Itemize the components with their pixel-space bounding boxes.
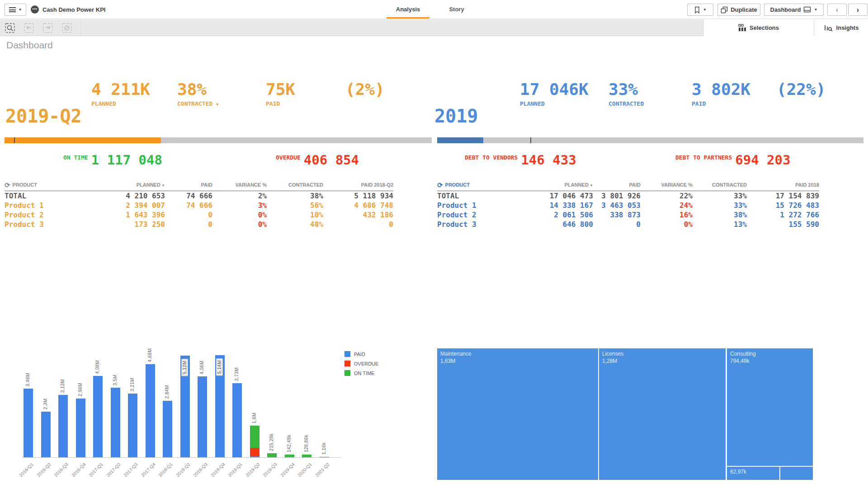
bar-segment-on-time[interactable]	[267, 453, 277, 457]
bar-segment-paid[interactable]	[232, 383, 242, 457]
bar-segment-on-time[interactable]	[250, 426, 259, 448]
tab-story[interactable]: Story	[439, 0, 475, 19]
bar-value-label: 5,12M	[181, 359, 188, 376]
column-header-label: PRODUCT	[445, 182, 470, 188]
legend-item-on-time[interactable]: ON TIME	[344, 368, 378, 378]
debt-to-partners-value: 694 203	[735, 153, 790, 167]
bar-value-label: 2,3M	[43, 399, 48, 409]
value-cell: 33%	[693, 201, 747, 210]
product-cell[interactable]: Product 2	[5, 211, 106, 219]
step-forward-icon[interactable]	[42, 23, 53, 33]
tab-analysis[interactable]: Analysis	[387, 0, 429, 19]
bar-segment-paid[interactable]	[128, 394, 137, 457]
bar-value-label: 3,21M	[130, 378, 135, 391]
bar-segment-paid[interactable]	[111, 388, 120, 457]
next-sheet-button[interactable]: ›	[848, 4, 868, 16]
product-cell[interactable]: Product 3	[437, 220, 537, 229]
column-header-contracted[interactable]: CONTRACTED	[693, 182, 747, 188]
bar-segment-paid[interactable]	[250, 456, 259, 457]
refresh-icon[interactable]: ⟳	[437, 182, 443, 188]
debt-to-partners-badge: DEBT TO PARTNERS 694 203	[675, 153, 790, 167]
value-cell: 2 061 506	[537, 211, 593, 219]
right-product-table: ⟳PRODUCTPLANNED ▼PAIDVARIANCE %CONTRACTE…	[437, 179, 819, 229]
clear-selections-icon[interactable]	[61, 23, 72, 33]
sheet-selector-button[interactable]: Dashboard ▼	[764, 4, 824, 16]
value-cell: 16%	[641, 211, 693, 219]
right-kpi-contracted-value: 33%	[609, 80, 644, 99]
column-header-variance-[interactable]: VARIANCE %	[641, 182, 693, 188]
debt-to-vendors-label: DEBT TO VENDORS	[465, 154, 518, 161]
treemap-cell-licenses[interactable]: Licenses1,28M	[599, 348, 726, 480]
legend-item-overdue[interactable]: OVERDUE	[344, 359, 378, 368]
bar-segment-paid[interactable]	[41, 412, 51, 457]
left-kpi-planned-label: PLANNED	[91, 100, 150, 107]
value-cell: 155 590	[747, 220, 819, 229]
bookmark-button[interactable]: ▼	[687, 4, 713, 16]
treemap-cell-name: Consulting	[727, 348, 813, 357]
bar-segment-paid[interactable]	[93, 376, 103, 457]
smart-search-icon[interactable]	[5, 23, 15, 33]
left-progress-marker	[14, 137, 15, 143]
legend-label: PAID	[354, 352, 365, 357]
bar-segment-paid[interactable]	[146, 364, 155, 457]
treemap-cell-maintenance[interactable]: Maintenance1,63M	[437, 348, 598, 480]
chevron-down-icon: ▼	[814, 8, 817, 12]
debt-to-partners-label: DEBT TO PARTNERS	[675, 154, 732, 161]
product-cell[interactable]: Product 1	[5, 201, 106, 210]
value-cell: 4 686 748	[323, 201, 393, 210]
column-header-variance-[interactable]: VARIANCE %	[212, 182, 267, 188]
value-cell: 1 272 766	[747, 211, 819, 219]
right-progress-bar	[437, 137, 863, 143]
legend-label: OVERDUE	[354, 361, 378, 366]
previous-sheet-button[interactable]: ‹	[827, 4, 847, 16]
value-cell: 17 046 473	[537, 192, 593, 200]
table-row: Product 3646 80000%13%155 590	[437, 220, 819, 229]
column-header-paid-2018[interactable]: PAID 2018	[747, 182, 819, 188]
left-kpi-paid-value: 75K	[266, 80, 295, 99]
refresh-icon[interactable]: ⟳	[5, 182, 10, 188]
app-menu-button[interactable]: ▼	[5, 4, 26, 16]
column-header-product[interactable]: ⟳PRODUCT	[5, 182, 106, 188]
page-title: Dashboard	[6, 40, 53, 51]
product-cell[interactable]: Product 1	[437, 201, 537, 210]
table-row: Product 21 643 39600%10%432 186	[5, 210, 393, 220]
right-kpi-paid-pct-value: (22%)	[777, 80, 826, 99]
value-cell: 74 666	[165, 201, 212, 210]
treemap-cell[interactable]: 62,97k	[727, 467, 779, 480]
bar-segment-paid[interactable]	[24, 389, 33, 457]
value-cell: 5 118 934	[323, 192, 393, 200]
bar-segment-on-time[interactable]	[285, 455, 294, 457]
top-bar: ▼ ••• Cash Demo Power KPI Analysis Story…	[0, 0, 868, 19]
bar-segment-paid[interactable]	[163, 401, 172, 457]
treemap-cell-consulting[interactable]: Consulting794,49k	[727, 348, 813, 466]
left-kpi-contracted-label[interactable]: CONTRACTED ▼	[177, 100, 219, 107]
insights-button[interactable]: Insights	[814, 19, 868, 36]
bar-segment-paid[interactable]	[58, 395, 68, 457]
bar-segment-on-time[interactable]	[320, 457, 329, 457]
selections-button[interactable]: Selections	[703, 19, 814, 36]
column-header-paid[interactable]: PAID	[165, 182, 212, 188]
duplicate-button[interactable]: Duplicate	[717, 4, 760, 16]
overdue-label: OVERDUE	[276, 154, 301, 161]
bookmark-icon	[694, 6, 700, 14]
sheet-selector-label: Dashboard	[770, 6, 801, 13]
step-back-icon[interactable]	[24, 23, 34, 33]
bar-segment-paid[interactable]	[76, 399, 85, 457]
product-cell[interactable]: Product 3	[5, 220, 106, 229]
column-header-planned[interactable]: PLANNED ▼	[537, 182, 593, 188]
bar-segment-overdue[interactable]	[250, 448, 259, 456]
column-header-paid[interactable]: PAID	[593, 182, 641, 188]
value-cell: 10%	[267, 211, 323, 219]
bar-segment-paid[interactable]	[198, 376, 207, 457]
insights-label: Insights	[836, 24, 859, 31]
treemap-cell[interactable]	[780, 467, 813, 480]
value-cell: 0	[323, 220, 393, 229]
column-header-product[interactable]: ⟳PRODUCT	[437, 182, 537, 188]
column-header-paid-2018-q2[interactable]: PAID 2018-Q2	[323, 182, 393, 188]
column-header-contracted[interactable]: CONTRACTED	[267, 182, 323, 188]
product-cell[interactable]: Product 2	[437, 211, 537, 219]
right-kpi-planned-value: 17 046K	[520, 80, 589, 99]
bar-segment-on-time[interactable]	[302, 455, 311, 457]
legend-item-paid[interactable]: PAID	[344, 349, 378, 359]
column-header-planned[interactable]: PLANNED ▼	[106, 182, 165, 188]
